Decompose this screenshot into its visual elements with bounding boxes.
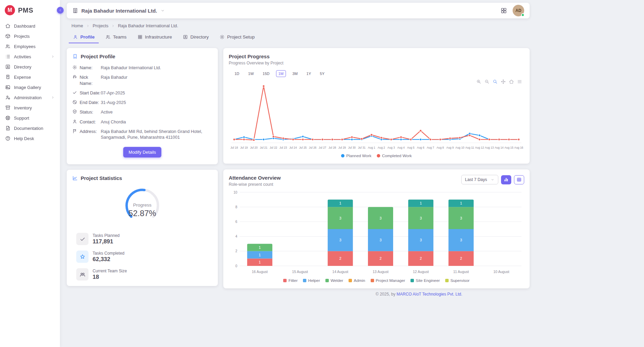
sidebar-item-projects[interactable]: Projects [0, 31, 60, 41]
star-icon-box [76, 251, 88, 263]
svg-text:2: 2 [339, 256, 341, 260]
zoom-out-icon[interactable] [484, 79, 489, 84]
footer: © 2025, by MARCO AIoT Technologies Pvt. … [67, 292, 530, 297]
sidebar-item-label: Dashboard [14, 24, 35, 29]
legend-planned-work[interactable]: Planned Work [341, 153, 371, 158]
sidebar-item-help-desk[interactable]: Help Desk [0, 133, 60, 144]
svg-text:15 August: 15 August [292, 270, 308, 274]
sidebar-item-administration[interactable]: Administration [0, 92, 60, 103]
user-avatar[interactable]: AD [513, 5, 524, 16]
sidebar-item-image-gallery[interactable]: Image Gallery [0, 82, 60, 92]
tab-profile[interactable]: Profile [69, 31, 99, 43]
stat-value: 117,891 [93, 238, 119, 245]
attendance-bar-chart[interactable]: 024681011116 August15 August233114 Augus… [229, 189, 524, 276]
tab-directory[interactable]: Directory [179, 31, 213, 43]
tab-project-setup[interactable]: Project Setup [215, 31, 259, 43]
svg-text:Aug 16: Aug 16 [514, 146, 524, 149]
company-selector[interactable]: Raja Bahadur International Ltd. [72, 7, 165, 14]
apps-grid-icon[interactable] [500, 7, 507, 14]
svg-text:Aug 4: Aug 4 [397, 146, 405, 149]
svg-text:3: 3 [339, 216, 341, 220]
sidebar-item-expense[interactable]: Expense [0, 72, 60, 82]
avatar-initials: AD [515, 8, 521, 13]
legend-site-engineer[interactable]: Site Engineer [410, 278, 440, 283]
sidebar-item-label: Image Gallery [14, 85, 41, 90]
modify-details-button[interactable]: Modify Details [123, 147, 161, 157]
legend-fitter[interactable]: Fitter [283, 278, 297, 283]
project-progress-chart[interactable]: Jul 18Jul 19Jul 20Jul 21Jul 22Jul 23Jul … [229, 78, 524, 151]
legend-supervisor[interactable]: Supervisor [445, 278, 469, 283]
sidebar-item-dashboard[interactable]: Dashboard [0, 21, 60, 31]
tab-label: Project Setup [227, 34, 255, 40]
svg-text:Jul 27: Jul 27 [319, 146, 326, 149]
svg-text:6: 6 [235, 220, 237, 224]
profile-field-contact: Contact:Anuj Chordia [72, 119, 212, 125]
svg-text:Jul 18: Jul 18 [230, 146, 238, 149]
legend-label: Supervisor [450, 278, 469, 283]
stat-tasks-planned: Tasks Planned117,891 [76, 233, 212, 245]
svg-text:Jul 29: Jul 29 [338, 146, 346, 149]
range-button-1y[interactable]: 1Y [304, 70, 313, 77]
stat-label: Tasks Planned [93, 233, 119, 238]
attendance-range-select[interactable]: Last 7 Days [461, 175, 498, 184]
field-value: 31-Aug-2025 [101, 100, 126, 105]
sidebar-item-employees[interactable]: Employees [0, 41, 60, 51]
breadcrumb-item-home[interactable]: Home [71, 23, 83, 28]
stat-value: 18 [93, 274, 127, 281]
menu-icon[interactable] [517, 79, 522, 84]
progress-gauge: Progress52.87% [111, 184, 174, 227]
table-view-button[interactable] [514, 175, 524, 184]
profile-field-end-date: End Date:31-Aug-2025 [72, 100, 212, 105]
breadcrumb-item-raja-bahadur-international-ltd: Raja Bahadur International Ltd. [118, 23, 178, 28]
field-label: Status: [80, 109, 101, 115]
line-chart-legend: Planned WorkCompleted Work [229, 153, 524, 158]
tab-infrastructure[interactable]: Infrastructure [133, 31, 176, 43]
sidebar-item-inventory[interactable]: Inventory [0, 103, 60, 113]
range-button-3m[interactable]: 3M [290, 70, 300, 77]
zoom-in-icon[interactable] [476, 79, 481, 84]
svg-text:Aug 3: Aug 3 [387, 146, 395, 149]
legend-helper[interactable]: Helper [303, 278, 320, 283]
svg-text:3: 3 [460, 216, 462, 220]
sidebar-collapse-button[interactable] [57, 7, 64, 14]
sidebar-item-support[interactable]: Support [0, 113, 60, 123]
range-button-5y[interactable]: 5Y [318, 70, 327, 77]
chevron-right-icon [51, 55, 55, 59]
range-button-1m[interactable]: 1M [276, 70, 286, 77]
range-button-1w[interactable]: 1W [246, 70, 256, 77]
main-area: Raja Bahadur International Ltd. AD HomeP… [60, 0, 644, 297]
pan-icon[interactable] [501, 79, 506, 84]
svg-text:Jul 21: Jul 21 [260, 146, 268, 149]
svg-text:12 August: 12 August [413, 270, 429, 274]
chart-view-button[interactable] [501, 175, 511, 184]
legend-welder[interactable]: Welder [325, 278, 343, 283]
home-icon[interactable] [509, 79, 514, 84]
company-name: Raja Bahadur International Ltd. [81, 8, 157, 14]
profile-field-name: Name:Raja Bahadur International Ltd. [72, 65, 212, 71]
breadcrumb-item-projects[interactable]: Projects [93, 23, 108, 28]
stat-current-team-size: Current Team Size18 [76, 268, 212, 281]
range-button-1d[interactable]: 1D [232, 70, 242, 77]
app-logo[interactable]: M PMS [0, 0, 60, 21]
sidebar-item-activities[interactable]: Activities [0, 51, 60, 62]
legend-project-manager[interactable]: Project Manager [371, 278, 405, 283]
selection-zoom-icon[interactable] [493, 79, 498, 84]
field-label: Address: [80, 129, 101, 134]
sidebar-item-label: Directory [14, 64, 31, 70]
sidebar-item-label: Activities [14, 54, 31, 59]
chevron-right-icon [51, 95, 55, 100]
range-button-15d[interactable]: 15D [260, 70, 272, 77]
svg-text:Aug 13: Aug 13 [485, 146, 494, 149]
sidebar-item-directory[interactable]: Directory [0, 62, 60, 72]
legend-marker [283, 279, 287, 282]
footer-link[interactable]: MARCO AIoT Technologies Pvt. Ltd. [397, 292, 462, 297]
tab-teams[interactable]: Teams [101, 31, 131, 43]
tab-label: Profile [80, 34, 95, 40]
legend-marker [371, 279, 374, 282]
sidebar-item-documentation[interactable]: Documentation [0, 123, 60, 133]
field-label: Name: [80, 65, 101, 71]
legend-admin[interactable]: Admin [349, 278, 365, 283]
legend-completed-work[interactable]: Completed Work [377, 153, 412, 158]
project-profile-title: Project Profile [81, 54, 115, 59]
legend-label: Planned Work [346, 153, 371, 158]
